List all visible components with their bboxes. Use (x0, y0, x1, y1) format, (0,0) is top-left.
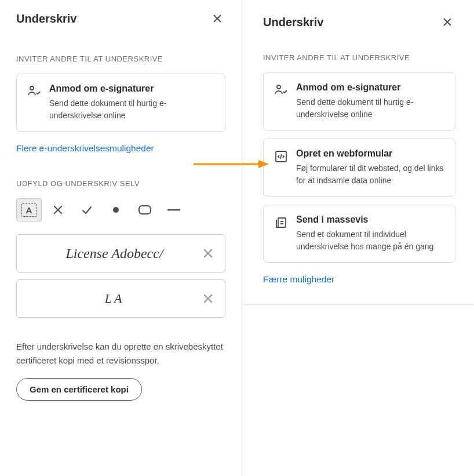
svg-point-0 (30, 86, 34, 90)
card-desc: Føj formularer til dit websted, og del l… (296, 162, 444, 187)
people-sign-icon (27, 85, 41, 99)
panel-header: Underskriv (16, 10, 225, 27)
signature-preview: License Adobecc/ (30, 246, 199, 261)
rect-tool-button[interactable] (132, 198, 158, 221)
invite-others-label: INVITER ANDRE TIL AT UNDERSKRIVE (263, 53, 455, 62)
line-icon (167, 208, 180, 212)
card-desc: Send dette dokument til hurtig e-undersk… (49, 97, 214, 122)
code-form-icon (274, 150, 288, 163)
check-icon (81, 204, 93, 216)
close-icon (203, 249, 213, 258)
fill-sign-section: UDFYLD OG UNDERSKRIV SELV A (16, 179, 225, 401)
x-tool-button[interactable] (45, 198, 71, 221)
card-content: Opret en webformular Føj formularer til … (296, 148, 444, 187)
create-webform-card[interactable]: Opret en webformular Føj formularer til … (263, 139, 455, 197)
card-content: Anmod om e-signaturer Send dette dokumen… (49, 83, 214, 122)
people-sign-icon (274, 83, 288, 97)
more-esign-options-link[interactable]: Flere e-underskrivelsesmuligheder (16, 143, 154, 154)
request-esignatures-card[interactable]: Anmod om e-signaturer Send dette dokumen… (16, 74, 225, 132)
text-tool-button[interactable]: A (16, 198, 42, 221)
rect-icon (138, 205, 152, 215)
close-icon (203, 294, 213, 303)
close-icon (443, 18, 451, 26)
card-content: Anmod om e-signaturer Send dette dokumen… (296, 82, 444, 121)
fill-sign-label: UDFYLD OG UNDERSKRIV SELV (16, 179, 225, 188)
card-title: Anmod om e-signaturer (49, 83, 214, 94)
svg-rect-2 (139, 206, 151, 214)
line-tool-button[interactable] (161, 198, 187, 221)
send-in-bulk-card[interactable]: Send i massevis Send et dokument til ind… (263, 205, 455, 263)
svg-point-1 (113, 207, 119, 213)
x-icon (53, 205, 63, 215)
card-title: Opret en webformular (296, 148, 444, 159)
signature-box[interactable]: License Adobecc/ (16, 234, 225, 272)
annotation-toolbar: A (16, 198, 225, 221)
invite-others-label: INVITER ANDRE TIL AT UNDERSKRIVE (16, 54, 225, 63)
initials-box[interactable]: LA (16, 279, 225, 318)
card-title: Anmod om e-signaturer (296, 82, 444, 93)
card-desc: Send dette dokument til hurtig e-undersk… (296, 96, 444, 121)
request-esignatures-card[interactable]: Anmod om e-signaturer Send dette dokumen… (263, 72, 455, 130)
check-tool-button[interactable] (74, 198, 100, 221)
close-icon (213, 14, 221, 23)
card-desc: Send et dokument til individuel underskr… (296, 228, 444, 253)
certified-copy-note: Efter underskrivelse kan du oprette en s… (16, 340, 225, 368)
svg-rect-6 (278, 218, 286, 227)
close-button[interactable] (209, 10, 225, 27)
card-title: Send i massevis (296, 215, 444, 225)
sign-panel-collapsed: Underskriv INVITER ANDRE TIL AT UNDERSKR… (0, 0, 242, 476)
card-content: Send i massevis Send et dokument til ind… (296, 215, 444, 253)
close-button[interactable] (439, 14, 455, 30)
fewer-options-link[interactable]: Færre muligheder (263, 274, 334, 285)
sign-panel-expanded: Underskriv INVITER ANDRE TIL AT UNDERSKR… (242, 0, 474, 304)
text-icon: A (21, 203, 37, 217)
save-certified-copy-button[interactable]: Gem en certificeret kopi (16, 378, 142, 401)
panel-title: Underskriv (16, 12, 77, 26)
dot-tool-button[interactable] (103, 198, 129, 221)
dot-icon (112, 206, 119, 213)
delete-signature-button[interactable] (199, 245, 217, 262)
initials-preview: LA (30, 291, 199, 306)
panel-title: Underskriv (263, 16, 324, 29)
panel-header: Underskriv (263, 14, 455, 30)
delete-initials-button[interactable] (199, 290, 217, 307)
stack-send-icon (274, 216, 288, 230)
svg-point-4 (277, 85, 280, 89)
app-container: Underskriv INVITER ANDRE TIL AT UNDERSKR… (0, 0, 474, 476)
